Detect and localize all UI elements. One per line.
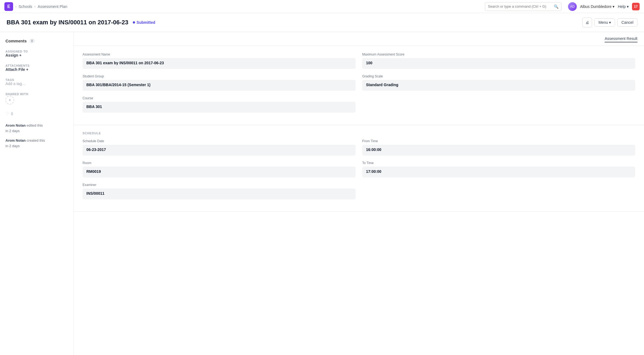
- menu-chevron: ▾: [609, 20, 611, 25]
- sidebar-assigned-section: ASSIGNED TO Assign +: [5, 50, 68, 57]
- content-tabs: Assessment Result: [74, 32, 644, 46]
- form-row-2: Student Group BBA 301/BBA/2014-15 (Semes…: [83, 74, 635, 91]
- user-menu-chevron: ▾: [613, 4, 614, 9]
- max-score-group: Maximum Assessment Score 100: [362, 53, 635, 69]
- search-input[interactable]: [488, 4, 552, 8]
- sidebar-comments-section: Comments 0: [5, 39, 68, 43]
- course-group: Course BBA 301: [83, 96, 356, 113]
- page-title: BBA 301 exam by INS/00011 on 2017-06-23: [7, 19, 128, 26]
- activity-user-1: Arom Nolan: [5, 138, 26, 142]
- activity-time-1: in 2 days: [5, 144, 20, 148]
- activity-action-0: edited this: [27, 123, 43, 127]
- activity-item-1: Arom Nolan created this in 2 days: [5, 138, 68, 149]
- schedule-date-group: Schedule Date 06-23-2017: [83, 139, 356, 156]
- to-time-group: To Time 17:00:00: [362, 161, 635, 178]
- activity-user-0: Arom Nolan: [5, 123, 26, 127]
- from-time-group: From Time 16:00:00: [362, 139, 635, 156]
- examiner-value: INS/00011: [83, 188, 356, 199]
- assigned-to-label: ASSIGNED TO: [5, 50, 68, 53]
- help-label: Help: [618, 4, 626, 9]
- grading-scale-value: Standard Grading: [362, 80, 635, 91]
- assessment-name-value: BBA 301 exam by INS/00011 on 2017-06-23: [83, 58, 356, 69]
- room-group: Room RM0019: [83, 161, 356, 178]
- max-score-label: Maximum Assessment Score: [362, 53, 635, 56]
- breadcrumb-assessment-plan[interactable]: Assessment Plan: [38, 4, 67, 9]
- page-actions: 🖨 Menu ▾ Cancel: [582, 18, 637, 27]
- main-layout: Comments 0 ASSIGNED TO Assign + ATTACHME…: [0, 32, 644, 355]
- schedule-section-label: SCHEDULE: [83, 132, 635, 135]
- nav-right: AD Albus Dumbledore ▾ Help ▾ 17: [568, 2, 640, 11]
- schedule-row-1: Schedule Date 06-23-2017 From Time 16:00…: [83, 139, 635, 156]
- course-label: Course: [83, 96, 356, 100]
- schedule-row-3: Examiner INS/00011: [83, 183, 635, 199]
- sidebar-shared-section: SHARED WITH +: [5, 92, 68, 104]
- notification-badge[interactable]: 17: [632, 3, 640, 10]
- to-time-value: 17:00:00: [362, 167, 635, 178]
- assessment-name-label: Assessment Name: [83, 53, 356, 56]
- shared-add-button[interactable]: +: [5, 96, 14, 104]
- print-button[interactable]: 🖨: [582, 18, 592, 27]
- content-area: Assessment Result Assessment Name BBA 30…: [74, 32, 644, 355]
- grading-scale-label: Grading Scale: [362, 74, 635, 78]
- avatar-image: AD: [568, 2, 577, 11]
- examiner-group: Examiner INS/00011: [83, 183, 356, 199]
- search-icon: 🔍: [554, 4, 558, 9]
- grading-scale-group: Grading Scale Standard Grading: [362, 74, 635, 91]
- tag-input[interactable]: Add a tag...: [5, 82, 68, 86]
- activity-action-1: created this: [27, 138, 45, 142]
- likes-row: ♡ 0: [5, 111, 68, 116]
- sidebar: Comments 0 ASSIGNED TO Assign + ATTACHME…: [0, 32, 74, 355]
- tab-assessment-result[interactable]: Assessment Result: [605, 35, 637, 42]
- breadcrumb-chevron-1: ›: [15, 5, 16, 8]
- app-logo: E: [4, 2, 13, 11]
- user-menu[interactable]: Albus Dumbledore ▾: [580, 4, 614, 9]
- sidebar-tags-section: TAGS Add a tag...: [5, 78, 68, 86]
- student-group-group: Student Group BBA 301/BBA/2014-15 (Semes…: [83, 74, 356, 91]
- course-value: BBA 301: [83, 102, 356, 113]
- shared-with-label: SHARED WITH: [5, 92, 68, 96]
- form-row-1: Assessment Name BBA 301 exam by INS/0001…: [83, 53, 635, 69]
- sidebar-comments: Comments 0: [5, 39, 68, 43]
- student-group-label: Student Group: [83, 74, 356, 78]
- form-row-3: Course BBA 301: [83, 96, 635, 113]
- room-label: Room: [83, 161, 356, 165]
- help-chevron: ▾: [627, 4, 629, 9]
- schedule-date-label: Schedule Date: [83, 139, 356, 143]
- tags-label: TAGS: [5, 78, 68, 82]
- status-dot: [133, 21, 135, 24]
- schedule-section: SCHEDULE Schedule Date 06-23-2017 From T…: [74, 125, 644, 212]
- menu-button[interactable]: Menu ▾: [594, 18, 615, 27]
- likes-count: 0: [11, 112, 13, 116]
- comments-label: Comments: [5, 39, 27, 43]
- avatar: AD: [568, 2, 577, 11]
- status-label: Submitted: [137, 20, 155, 25]
- status-badge: Submitted: [133, 20, 155, 25]
- schedule-row-2: Room RM0019 To Time 17:00:00: [83, 161, 635, 178]
- student-group-value: BBA 301/BBA/2014-15 (Semester 1): [83, 80, 356, 91]
- attachments-label: ATTACHMENTS: [5, 64, 68, 67]
- activity-item-0: Arom Nolan edited this in 2 days: [5, 123, 68, 133]
- menu-label: Menu: [598, 20, 608, 25]
- breadcrumb-schools[interactable]: Schools: [19, 4, 32, 9]
- top-nav: E › Schools › Assessment Plan 🔍 AD Albus…: [0, 0, 644, 13]
- breadcrumb-chevron-2: ›: [34, 5, 36, 8]
- from-time-label: From Time: [362, 139, 635, 143]
- search-bar[interactable]: 🔍: [485, 2, 561, 11]
- assessment-form: Assessment Name BBA 301 exam by INS/0001…: [74, 46, 644, 125]
- schedule-date-value: 06-23-2017: [83, 145, 356, 156]
- help-menu[interactable]: Help ▾: [618, 4, 629, 9]
- assign-button[interactable]: Assign +: [5, 53, 68, 57]
- user-name: Albus Dumbledore: [580, 4, 611, 9]
- sidebar-attachments-section: ATTACHMENTS Attach File +: [5, 64, 68, 72]
- examiner-label: Examiner: [83, 183, 356, 187]
- to-time-label: To Time: [362, 161, 635, 165]
- cancel-button[interactable]: Cancel: [617, 18, 637, 27]
- attach-file-button[interactable]: Attach File +: [5, 67, 68, 72]
- comments-count: 0: [29, 39, 35, 43]
- from-time-value: 16:00:00: [362, 145, 635, 156]
- room-value: RM0019: [83, 167, 356, 178]
- activity-time-0: in 2 days: [5, 129, 20, 133]
- heart-icon: ♡: [5, 111, 9, 116]
- page-header: BBA 301 exam by INS/00011 on 2017-06-23 …: [0, 13, 644, 32]
- activity-log: Arom Nolan edited this in 2 days Arom No…: [5, 123, 68, 149]
